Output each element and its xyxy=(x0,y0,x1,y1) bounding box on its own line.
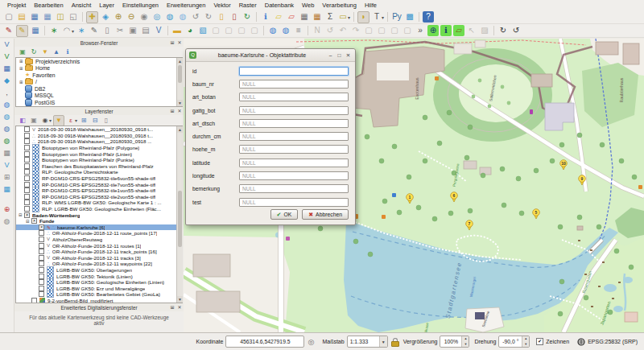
layers-close-button[interactable]: ✕ xyxy=(176,108,183,113)
rotate-cw-icon[interactable]: ↻ xyxy=(497,25,509,36)
menu-erweiterungen[interactable]: Erweiterungen xyxy=(163,2,209,9)
browser-close-button[interactable]: ✕ xyxy=(176,39,183,45)
overflow-chevron[interactable]: » xyxy=(415,25,426,36)
properties-browser-icon[interactable]: ℹ xyxy=(63,47,72,57)
layer-item[interactable]: ∴OR-Altholz-Funde-2018-12-11 route_point… xyxy=(16,230,182,237)
vertex-tool-icon[interactable]: ✎ xyxy=(89,25,100,36)
layer-visibility-checkbox[interactable] xyxy=(24,206,30,212)
layer-item[interactable]: RLP: Geologische Übersichtskarte xyxy=(16,169,182,175)
field-input-hoehe-m[interactable] xyxy=(239,145,349,154)
expand-icon[interactable]: ⊞ xyxy=(19,59,25,64)
osm-place-search-icon[interactable]: ◍ xyxy=(2,216,13,227)
measure-icon-dropdown[interactable]: ▾ xyxy=(348,14,350,20)
style-paste-icon[interactable]: ▢ xyxy=(223,25,234,36)
add-group-icon[interactable]: ▣ xyxy=(29,116,39,126)
collapse-all-browser-icon[interactable]: ▲ xyxy=(52,47,61,57)
menu-web[interactable]: Web xyxy=(298,2,318,9)
spinner-arrows[interactable]: ▲▼ xyxy=(461,336,469,347)
layer-item[interactable]: RP-DGM10-CRS-EPSG25832-tile7von55-shade-… xyxy=(16,181,182,187)
layer-item[interactable]: RP-DGM10-CRS-EPSG25832-tile2von55-shade-… xyxy=(16,194,182,200)
gps-add-feature-icon[interactable]: ▱ xyxy=(453,25,464,36)
menu-verarbeitung[interactable]: Verarbeitung xyxy=(318,2,361,9)
scroll-down-icon[interactable]: ▼ xyxy=(177,100,183,106)
menu-vektor[interactable]: Vektor xyxy=(209,2,234,9)
filter-browser-icon[interactable]: ▼ xyxy=(40,47,50,57)
dialog-minimize-button[interactable]: – xyxy=(327,52,334,58)
add-raster-layer-icon[interactable]: ▦ xyxy=(2,63,13,74)
scroll-up-icon[interactable]: ▲ xyxy=(177,126,183,133)
layer-item[interactable]: ∴2018-09-30 0918-Walshausen__20180930_09… xyxy=(16,133,182,139)
collapse-all-icon[interactable]: ⊟ xyxy=(90,116,100,126)
browser-scrollbar[interactable]: ▲ ▼ xyxy=(176,58,183,106)
layer-item[interactable]: ⊟✕Baden-Württemberg xyxy=(16,212,182,218)
layer-item[interactable]: ∴OR-Altholz-Funde-2018-12-11 waypoints [… xyxy=(16,261,182,267)
layer-visibility-checkbox[interactable]: ✕ xyxy=(31,218,37,224)
expand-all-icon[interactable]: ⊞ xyxy=(79,116,89,126)
field-input-id[interactable] xyxy=(239,67,349,76)
field-input-latitude[interactable] xyxy=(239,159,349,167)
layer-visibility-checkbox[interactable] xyxy=(24,182,30,187)
add-circular-string-icon[interactable]: ◠ xyxy=(61,25,72,36)
field-input-art-dtsch[interactable] xyxy=(239,119,349,128)
field-input-longitude[interactable] xyxy=(239,171,349,180)
layer-item[interactable]: LGRB-BW GK50: Tektonik (Linien) xyxy=(16,273,182,279)
plugins-icon[interactable]: ▩ xyxy=(404,11,415,23)
zoom-in-icon[interactable]: ⊕ xyxy=(113,11,124,23)
layer-item[interactable]: LGRB-BW GK50: Geologische Einheiten (Lin… xyxy=(16,279,182,286)
zoom-next-icon[interactable]: ↻ xyxy=(203,11,214,23)
add-virtual-layer-icon[interactable]: ⊞ xyxy=(2,171,13,183)
browser-item-favoriten[interactable]: ★Favoriten xyxy=(16,72,182,79)
add-circular-string-icon-dropdown[interactable]: ▾ xyxy=(72,28,74,34)
layer-visibility-checkbox[interactable] xyxy=(24,151,30,157)
browser-item-mssql[interactable]: MSSQL xyxy=(16,93,182,100)
save-layer-edits-icon[interactable]: ▦ xyxy=(30,25,41,36)
browser-item-projektverzeichnis[interactable]: ⊞Projektverzeichnis xyxy=(16,58,182,65)
globe-settings-icon[interactable]: ◍ xyxy=(280,25,291,36)
field-input-durchm-cm[interactable] xyxy=(239,132,349,141)
refresh-browser-icon[interactable]: ↻ xyxy=(29,47,39,57)
multi-edit-icon[interactable]: V xyxy=(153,25,164,36)
layers-scrollbar[interactable]: ▲ ▼ xyxy=(176,126,183,303)
layer-item[interactable]: Flaechen des Biotopkatasters von Rheinla… xyxy=(16,163,182,170)
pin-labels-icon[interactable]: ▢ xyxy=(249,25,260,36)
menu-einstellungen[interactable]: Einstellungen xyxy=(118,2,163,9)
paste-features-icon[interactable]: ▤ xyxy=(140,25,151,36)
remove-layer-icon[interactable]: ▯ xyxy=(101,116,111,126)
select-grayed-icon[interactable]: ↖ xyxy=(466,25,477,36)
menu-datenbank[interactable]: Datenbank xyxy=(261,2,298,9)
add-wms-layer-icon[interactable]: ◍ xyxy=(2,135,13,146)
data-source-manager-icon[interactable]: V xyxy=(2,39,13,50)
zoom-full-icon[interactable]: ◎ xyxy=(151,11,163,23)
map-tips-icon[interactable]: ◗ xyxy=(357,11,369,23)
layer-item[interactable]: RP-DGM10-CRS-EPSG25832-tile1von55-shade-… xyxy=(16,187,182,194)
reshape-grayed-icon[interactable]: ▢ xyxy=(402,25,413,36)
save-project-icon[interactable]: ▦ xyxy=(29,11,40,23)
layout-manager-icon[interactable]: ◱ xyxy=(68,11,79,23)
crosshair-icon[interactable]: ⊕ xyxy=(2,204,13,215)
add-point-feature-icon[interactable]: ∗ xyxy=(48,25,60,36)
new-print-layout-icon[interactable]: ◫ xyxy=(55,11,66,23)
add-mssql-layer-icon[interactable]: ◍ xyxy=(2,123,13,134)
spinner-arrows[interactable]: ▲▼ xyxy=(522,336,529,347)
zoom-last-icon[interactable]: ↺ xyxy=(190,11,201,23)
rotate-feature-icon[interactable]: ↺ xyxy=(324,25,336,36)
layer-item[interactable]: LGRB-BW GK50: Erz und Mineralgänge xyxy=(16,285,182,291)
browser-float-button[interactable]: ⊞ xyxy=(169,39,175,45)
dialog-titlebar[interactable]: Q baeume-Karlsruhe - Objektattribute – □… xyxy=(186,49,355,62)
menu-projekt[interactable]: Projekt xyxy=(3,2,30,9)
copy-style-grayed-icon[interactable]: ▢ xyxy=(363,25,374,36)
add-xyz-layer-icon[interactable]: ▦ xyxy=(2,147,13,159)
browser-item-db2[interactable]: DB2 xyxy=(16,85,182,93)
new-project-icon[interactable]: ▢ xyxy=(3,11,14,23)
render-checkbox-box[interactable]: ✔ xyxy=(536,338,543,345)
rotation-value[interactable] xyxy=(499,337,522,346)
measure-icon[interactable]: ▭ xyxy=(337,11,349,23)
field-input-test[interactable] xyxy=(239,198,349,207)
digitizing-close-button[interactable]: ✕ xyxy=(176,304,183,310)
gps-info-icon[interactable]: ℹ xyxy=(440,25,452,36)
layer-visibility-checkbox[interactable] xyxy=(24,163,30,169)
magnifier-spinbox[interactable]: ▲▼ xyxy=(440,336,469,348)
layer-visibility-checkbox[interactable] xyxy=(39,291,44,297)
expand-icon[interactable]: ⊟ xyxy=(26,219,31,224)
cancel-button[interactable]: ✖ Abbrechen xyxy=(302,209,349,220)
